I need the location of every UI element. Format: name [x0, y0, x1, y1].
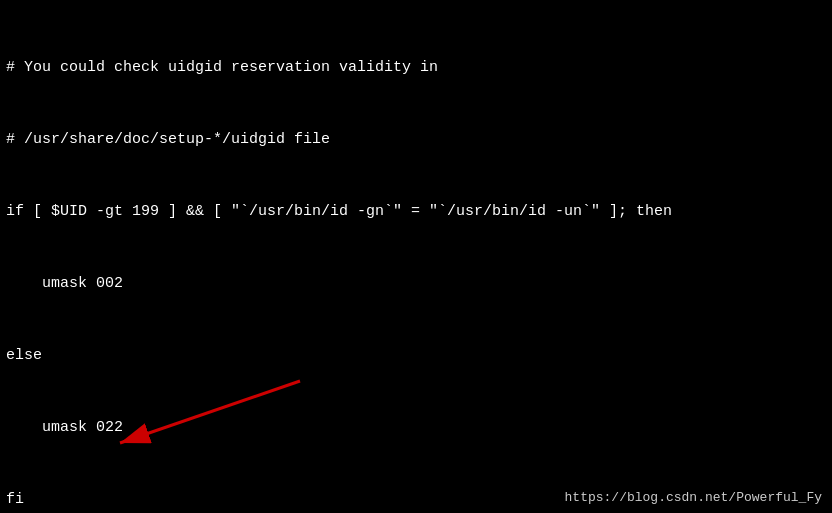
arrow-annotation — [60, 371, 320, 461]
svg-line-1 — [120, 381, 300, 443]
line-1: # You could check uidgid reservation val… — [6, 56, 826, 80]
line-3: if [ $UID -gt 199 ] && [ "`/usr/bin/id -… — [6, 200, 826, 224]
line-5: else — [6, 344, 826, 368]
watermark: https://blog.csdn.net/Powerful_Fy — [565, 490, 822, 505]
terminal: # You could check uidgid reservation val… — [0, 0, 832, 513]
line-2: # /usr/share/doc/setup-*/uidgid file — [6, 128, 826, 152]
line-4: umask 002 — [6, 272, 826, 296]
